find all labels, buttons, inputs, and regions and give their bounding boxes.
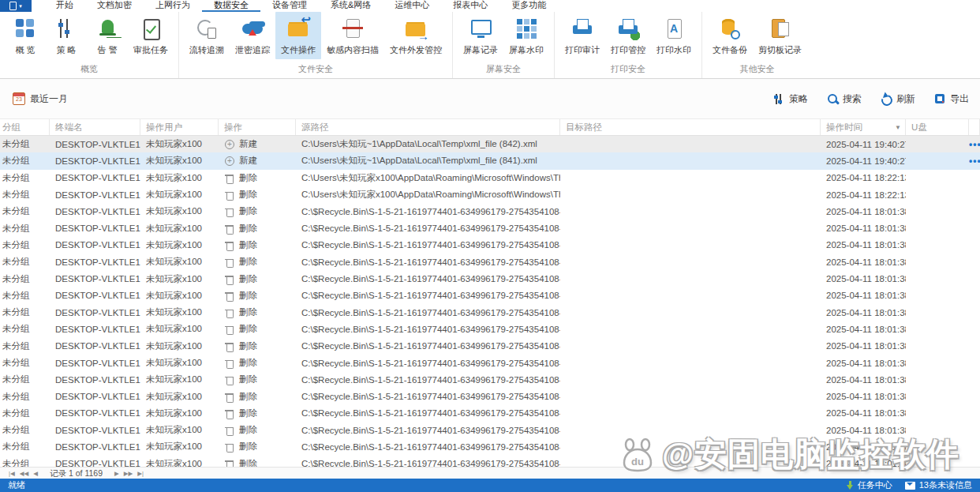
ribbon-button[interactable]: 策 略 — [46, 12, 87, 59]
column-header-usb[interactable]: U盘 — [906, 119, 969, 135]
cell-operation: 删除 — [219, 306, 296, 318]
operation-label: 删除 — [239, 257, 257, 266]
ribbon-group-label: 文件安全 — [184, 62, 447, 78]
app-menu-button[interactable]: ▾ — [0, 0, 32, 12]
cell-time: 2025-04-11 18:01:38 — [821, 223, 906, 233]
menu-tab[interactable]: 设备管理 — [260, 0, 319, 12]
cell-user: 未知玩家x100 — [140, 306, 219, 318]
cell-source-path: C:\Users\未知玩~1\AppData\Local\Temp\xml_fi… — [296, 155, 560, 167]
table-row[interactable]: 未分组 DESKTOP-VLKTLE1 未知玩家x100 删除 C:\$Recy… — [0, 371, 980, 388]
table-row[interactable]: 未分组 DESKTOP-VLKTLE1 未知玩家x100 删除 C:\$Recy… — [0, 237, 980, 254]
operation-icon — [224, 392, 235, 403]
ribbon-button[interactable]: 打印水印 — [651, 12, 697, 59]
ribbon-button[interactable]: 剪切板记录 — [753, 12, 807, 59]
nav-first-button[interactable]: |◀ — [9, 470, 15, 477]
table-row[interactable]: 未分组 DESKTOP-VLKTLE1 未知玩家x100 删除 C:\$Recy… — [0, 321, 980, 337]
ribbon-button[interactable]: 文件操作 — [275, 12, 321, 59]
ribbon-button[interactable]: 敏感内容扫描 — [321, 12, 384, 59]
table-row[interactable]: 未分组 DESKTOP-VLKTLE1 未知玩家x100 删除 C:\$Recy… — [0, 422, 980, 438]
table-row[interactable]: 未分组 DESKTOP-VLKTLE1 未知玩家x100 新建 C:\Users… — [0, 136, 980, 152]
cell-user: 未知玩家x100 — [140, 357, 219, 369]
table-row[interactable]: 未分组 DESKTOP-VLKTLE1 未知玩家x100 删除 C:\$Recy… — [0, 355, 980, 371]
table-row[interactable]: 未分组 DESKTOP-VLKTLE1 未知玩家x100 删除 C:\$Recy… — [0, 438, 980, 455]
table-row[interactable]: 未分组 DESKTOP-VLKTLE1 未知玩家x100 删除 C:\$Recy… — [0, 287, 980, 304]
ribbon-button[interactable]: 文件外发管控 — [384, 12, 447, 59]
cell-source-path: C:\$Recycle.Bin\S-1-5-21-1619774401-6349… — [296, 341, 560, 351]
cell-source-path: C:\Users\未知玩家x100\AppData\Roaming\Micros… — [296, 189, 560, 201]
toolbar-action-button[interactable]: 搜索 — [827, 92, 862, 106]
cell-group: 未分组 — [0, 205, 50, 217]
toolbar-action-button[interactable]: 策略 — [773, 92, 808, 106]
menu-tab[interactable]: 上网行为 — [144, 0, 202, 12]
menu-tab[interactable]: 更多功能 — [499, 0, 558, 12]
ribbon-button[interactable]: 打印审计 — [559, 12, 605, 59]
ribbon-button-icon — [341, 17, 365, 40]
row-actions-button[interactable]: ••• — [969, 156, 980, 167]
menu-tab[interactable]: 开始 — [44, 0, 85, 12]
nav-prev-page-button[interactable]: ◀◀ — [20, 470, 29, 477]
table-row[interactable]: 未分组 DESKTOP-VLKTLE1 未知玩家x100 删除 C:\$Recy… — [0, 304, 980, 321]
ribbon-button[interactable]: 概 览 — [5, 12, 46, 59]
ribbon-button-label: 审批任务 — [133, 44, 168, 56]
ribbon-button[interactable]: 审批任务 — [128, 12, 174, 59]
ribbon-button[interactable]: 泄密追踪 — [230, 12, 275, 59]
table-row[interactable]: 未分组 DESKTOP-VLKTLE1 未知玩家x100 删除 C:\$Recy… — [0, 338, 980, 355]
status-ready-label: 就绪 — [8, 479, 25, 491]
table-row[interactable]: 未分组 DESKTOP-VLKTLE1 未知玩家x100 删除 C:\Users… — [0, 186, 980, 203]
toolbar-action-button[interactable]: 导出 — [934, 92, 969, 106]
column-header-target-path[interactable]: 目标路径 — [560, 119, 821, 135]
ribbon-button[interactable]: 文件备份 — [707, 12, 753, 59]
cell-source-path: C:\Users\未知玩~1\AppData\Local\Temp\xml_fi… — [296, 138, 560, 150]
menu-tab[interactable]: 运维中心 — [383, 0, 441, 12]
table-row[interactable]: 未分组 DESKTOP-VLKTLE1 未知玩家x100 新建 C:\Users… — [0, 152, 980, 169]
ribbon-button[interactable]: 打印管控 — [605, 12, 651, 59]
filter-caret-icon[interactable]: ▼ — [895, 124, 901, 131]
nav-next-button[interactable]: ▶ — [114, 470, 119, 477]
ribbon-button[interactable]: 流转追溯 — [184, 12, 230, 59]
table-row[interactable]: 未分组 DESKTOP-VLKTLE1 未知玩家x100 删除 C:\$Recy… — [0, 405, 980, 422]
cell-group: 未分组 — [0, 424, 50, 436]
column-header-user[interactable]: 操作用户 — [140, 119, 219, 135]
toolbar-action-button[interactable]: 刷新 — [881, 92, 915, 106]
table-row[interactable]: 未分组 DESKTOP-VLKTLE1 未知玩家x100 删除 C:\$Recy… — [0, 203, 980, 220]
menu-tab[interactable]: 文档加密 — [85, 0, 144, 12]
toolbar-actions: 策略 搜索 刷新 导出 — [773, 92, 969, 106]
table-row[interactable]: 未分组 DESKTOP-VLKTLE1 未知玩家x100 删除 C:\$Recy… — [0, 220, 980, 236]
menu-tab[interactable]: 报表中心 — [441, 0, 499, 12]
column-header-terminal[interactable]: 终端名 — [50, 119, 140, 135]
ribbon-button-label: 敏感内容扫描 — [327, 44, 379, 56]
ribbon-button[interactable]: 屏幕水印 — [503, 12, 549, 59]
table-row[interactable]: 未分组 DESKTOP-VLKTLE1 未知玩家x100 删除 C:\$Recy… — [0, 270, 980, 287]
ribbon-button-label: 剪切板记录 — [758, 44, 802, 56]
table-row[interactable]: 未分组 DESKTOP-VLKTLE1 未知玩家x100 删除 C:\$Recy… — [0, 456, 980, 468]
ribbon-button[interactable]: 告 警 — [87, 12, 128, 59]
table-row[interactable]: 未分组 DESKTOP-VLKTLE1 未知玩家x100 删除 C:\Users… — [0, 170, 980, 186]
cell-operation: 删除 — [219, 256, 296, 268]
table-row[interactable]: 未分组 DESKTOP-VLKTLE1 未知玩家x100 删除 C:\$Recy… — [0, 388, 980, 404]
mail-icon — [905, 482, 915, 490]
column-header-source-path[interactable]: 源路径 — [296, 119, 560, 135]
toolbar-action-label: 策略 — [789, 92, 808, 106]
ribbon-button[interactable]: 屏幕记录 — [458, 12, 503, 59]
menu-tab[interactable]: 数据安全 — [202, 0, 260, 12]
menu-tab-label: 设备管理 — [272, 0, 307, 11]
table-row[interactable]: 未分组 DESKTOP-VLKTLE1 未知玩家x100 删除 C:\$Recy… — [0, 254, 980, 270]
column-header-operation[interactable]: 操作 — [219, 119, 296, 135]
cell-operation: 删除 — [219, 189, 296, 201]
row-actions-button[interactable]: ••• — [969, 139, 980, 150]
nav-last-button[interactable]: ▶| — [137, 470, 144, 477]
column-header-group[interactable]: 分组 — [0, 119, 50, 135]
ribbon-button-label: 泄密追踪 — [235, 44, 270, 56]
menu-tab[interactable]: 系统&网络 — [319, 0, 383, 12]
record-count-label: 记录 1 of 1169 — [50, 468, 103, 479]
operation-label: 删除 — [239, 324, 257, 333]
date-range-filter[interactable]: 最近一月 — [13, 92, 68, 106]
task-center-button[interactable]: 任务中心 — [847, 479, 892, 491]
cell-terminal: DESKTOP-VLKTLE1 — [50, 156, 140, 166]
cell-group: 未分组 — [0, 391, 50, 403]
column-header-time[interactable]: 操作时间 ▼ — [821, 119, 906, 135]
nav-next-page-button[interactable]: ▶▶ — [124, 470, 133, 477]
unread-messages-button[interactable]: 13条未读信息 — [905, 479, 972, 491]
nav-prev-button[interactable]: ◀ — [33, 470, 38, 477]
ribbon-button-icon — [718, 17, 742, 40]
